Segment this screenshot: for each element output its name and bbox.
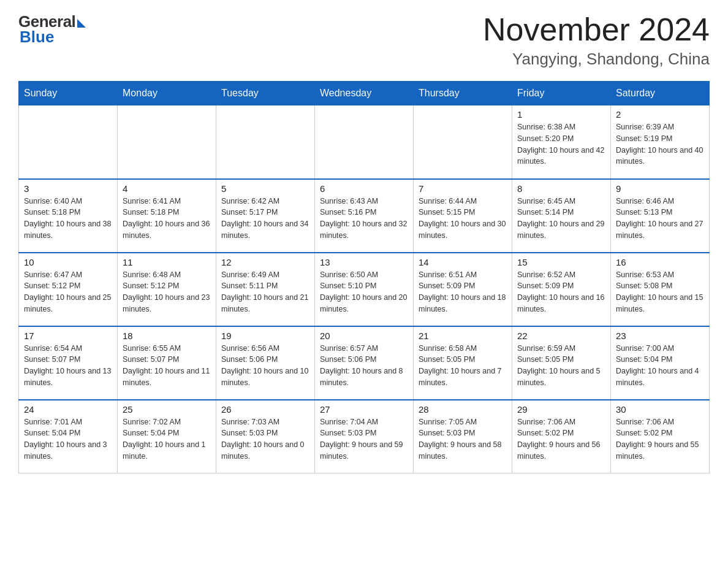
day-info: Sunrise: 6:48 AMSunset: 5:12 PMDaylight:… xyxy=(123,269,211,315)
calendar-cell xyxy=(414,105,512,179)
calendar-cell: 14Sunrise: 6:51 AMSunset: 5:09 PMDayligh… xyxy=(414,253,512,326)
calendar-cell: 27Sunrise: 7:04 AMSunset: 5:03 PMDayligh… xyxy=(315,400,414,473)
calendar-cell: 29Sunrise: 7:06 AMSunset: 5:02 PMDayligh… xyxy=(512,400,611,473)
location-title: Yangying, Shandong, China xyxy=(483,50,710,69)
calendar-cell xyxy=(216,105,315,179)
day-info: Sunrise: 7:01 AMSunset: 5:04 PMDaylight:… xyxy=(24,416,112,462)
calendar-cell: 9Sunrise: 6:46 AMSunset: 5:13 PMDaylight… xyxy=(611,179,710,253)
day-number: 30 xyxy=(616,404,704,415)
day-number: 15 xyxy=(517,257,605,267)
month-title: November 2024 xyxy=(483,12,710,47)
day-number: 8 xyxy=(517,183,605,194)
calendar-cell: 16Sunrise: 6:53 AMSunset: 5:08 PMDayligh… xyxy=(611,253,710,326)
day-number: 2 xyxy=(616,109,704,120)
weekday-header-friday: Friday xyxy=(512,82,611,105)
day-info: Sunrise: 6:51 AMSunset: 5:09 PMDaylight:… xyxy=(419,269,507,315)
day-info: Sunrise: 6:46 AMSunset: 5:13 PMDaylight:… xyxy=(616,196,704,242)
day-info: Sunrise: 6:58 AMSunset: 5:05 PMDaylight:… xyxy=(419,343,507,389)
calendar-cell: 10Sunrise: 6:47 AMSunset: 5:12 PMDayligh… xyxy=(19,253,118,326)
day-number: 20 xyxy=(320,331,408,341)
calendar-cell: 20Sunrise: 6:57 AMSunset: 5:06 PMDayligh… xyxy=(315,326,414,400)
day-number: 3 xyxy=(24,183,112,194)
calendar-cell: 21Sunrise: 6:58 AMSunset: 5:05 PMDayligh… xyxy=(414,326,512,400)
weekday-header-wednesday: Wednesday xyxy=(315,82,414,105)
day-info: Sunrise: 6:44 AMSunset: 5:15 PMDaylight:… xyxy=(419,196,507,242)
day-number: 13 xyxy=(320,257,408,267)
calendar-cell: 2Sunrise: 6:39 AMSunset: 5:19 PMDaylight… xyxy=(611,105,710,179)
day-number: 22 xyxy=(517,331,605,341)
day-number: 11 xyxy=(123,257,211,267)
calendar-cell: 8Sunrise: 6:45 AMSunset: 5:14 PMDaylight… xyxy=(512,179,611,253)
day-number: 24 xyxy=(24,404,112,415)
calendar-cell: 24Sunrise: 7:01 AMSunset: 5:04 PMDayligh… xyxy=(19,400,118,473)
calendar-cell: 13Sunrise: 6:50 AMSunset: 5:10 PMDayligh… xyxy=(315,253,414,326)
calendar-cell: 18Sunrise: 6:55 AMSunset: 5:07 PMDayligh… xyxy=(118,326,216,400)
calendar-cell: 4Sunrise: 6:41 AMSunset: 5:18 PMDaylight… xyxy=(118,179,216,253)
day-info: Sunrise: 6:47 AMSunset: 5:12 PMDaylight:… xyxy=(24,269,112,315)
day-info: Sunrise: 6:52 AMSunset: 5:09 PMDaylight:… xyxy=(517,269,605,315)
logo: General Blue xyxy=(18,12,86,47)
weekday-header-monday: Monday xyxy=(118,82,216,105)
logo-triangle-icon xyxy=(77,19,86,28)
calendar-cell xyxy=(19,105,118,179)
day-info: Sunrise: 7:00 AMSunset: 5:04 PMDaylight:… xyxy=(616,343,704,389)
day-info: Sunrise: 7:06 AMSunset: 5:02 PMDaylight:… xyxy=(616,416,704,462)
calendar-cell: 23Sunrise: 7:00 AMSunset: 5:04 PMDayligh… xyxy=(611,326,710,400)
day-info: Sunrise: 6:45 AMSunset: 5:14 PMDaylight:… xyxy=(517,196,605,242)
day-info: Sunrise: 7:05 AMSunset: 5:03 PMDaylight:… xyxy=(419,416,507,462)
day-info: Sunrise: 6:41 AMSunset: 5:18 PMDaylight:… xyxy=(123,196,211,242)
day-info: Sunrise: 6:43 AMSunset: 5:16 PMDaylight:… xyxy=(320,196,408,242)
day-info: Sunrise: 7:03 AMSunset: 5:03 PMDaylight:… xyxy=(221,416,309,462)
calendar-cell: 30Sunrise: 7:06 AMSunset: 5:02 PMDayligh… xyxy=(611,400,710,473)
day-number: 14 xyxy=(419,257,507,267)
calendar-cell: 25Sunrise: 7:02 AMSunset: 5:04 PMDayligh… xyxy=(118,400,216,473)
week-row-5: 24Sunrise: 7:01 AMSunset: 5:04 PMDayligh… xyxy=(19,400,710,473)
day-info: Sunrise: 6:39 AMSunset: 5:19 PMDaylight:… xyxy=(616,121,704,167)
day-number: 26 xyxy=(221,404,309,415)
day-number: 16 xyxy=(616,257,704,267)
title-area: November 2024 Yangying, Shandong, China xyxy=(483,12,710,69)
week-row-3: 10Sunrise: 6:47 AMSunset: 5:12 PMDayligh… xyxy=(19,253,710,326)
day-number: 7 xyxy=(419,183,507,194)
calendar-cell: 1Sunrise: 6:38 AMSunset: 5:20 PMDaylight… xyxy=(512,105,611,179)
day-number: 1 xyxy=(517,109,605,120)
calendar-cell xyxy=(118,105,216,179)
day-number: 5 xyxy=(221,183,309,194)
day-info: Sunrise: 7:02 AMSunset: 5:04 PMDaylight:… xyxy=(123,416,211,462)
day-number: 18 xyxy=(123,331,211,341)
calendar-cell: 15Sunrise: 6:52 AMSunset: 5:09 PMDayligh… xyxy=(512,253,611,326)
day-info: Sunrise: 6:55 AMSunset: 5:07 PMDaylight:… xyxy=(123,343,211,389)
day-info: Sunrise: 6:42 AMSunset: 5:17 PMDaylight:… xyxy=(221,196,309,242)
week-row-2: 3Sunrise: 6:40 AMSunset: 5:18 PMDaylight… xyxy=(19,179,710,253)
calendar-cell: 11Sunrise: 6:48 AMSunset: 5:12 PMDayligh… xyxy=(118,253,216,326)
calendar-cell: 7Sunrise: 6:44 AMSunset: 5:15 PMDaylight… xyxy=(414,179,512,253)
day-info: Sunrise: 6:49 AMSunset: 5:11 PMDaylight:… xyxy=(221,269,309,315)
day-info: Sunrise: 6:50 AMSunset: 5:10 PMDaylight:… xyxy=(320,269,408,315)
weekday-header-row: SundayMondayTuesdayWednesdayThursdayFrid… xyxy=(19,82,710,105)
day-number: 29 xyxy=(517,404,605,415)
weekday-header-thursday: Thursday xyxy=(414,82,512,105)
calendar-cell: 26Sunrise: 7:03 AMSunset: 5:03 PMDayligh… xyxy=(216,400,315,473)
calendar-cell: 19Sunrise: 6:56 AMSunset: 5:06 PMDayligh… xyxy=(216,326,315,400)
day-number: 10 xyxy=(24,257,112,267)
day-info: Sunrise: 6:53 AMSunset: 5:08 PMDaylight:… xyxy=(616,269,704,315)
weekday-header-tuesday: Tuesday xyxy=(216,82,315,105)
calendar-table: SundayMondayTuesdayWednesdayThursdayFrid… xyxy=(18,81,710,473)
week-row-1: 1Sunrise: 6:38 AMSunset: 5:20 PMDaylight… xyxy=(19,105,710,179)
calendar-cell: 12Sunrise: 6:49 AMSunset: 5:11 PMDayligh… xyxy=(216,253,315,326)
calendar-cell: 28Sunrise: 7:05 AMSunset: 5:03 PMDayligh… xyxy=(414,400,512,473)
day-number: 28 xyxy=(419,404,507,415)
calendar-cell xyxy=(315,105,414,179)
logo-blue-text: Blue xyxy=(18,28,54,47)
calendar-cell: 22Sunrise: 6:59 AMSunset: 5:05 PMDayligh… xyxy=(512,326,611,400)
calendar-cell: 5Sunrise: 6:42 AMSunset: 5:17 PMDaylight… xyxy=(216,179,315,253)
day-info: Sunrise: 6:57 AMSunset: 5:06 PMDaylight:… xyxy=(320,343,408,389)
calendar-cell: 6Sunrise: 6:43 AMSunset: 5:16 PMDaylight… xyxy=(315,179,414,253)
day-number: 25 xyxy=(123,404,211,415)
day-number: 23 xyxy=(616,331,704,341)
page-header: General Blue November 2024 Yangying, Sha… xyxy=(18,12,710,69)
day-info: Sunrise: 6:54 AMSunset: 5:07 PMDaylight:… xyxy=(24,343,112,389)
day-info: Sunrise: 6:38 AMSunset: 5:20 PMDaylight:… xyxy=(517,121,605,167)
day-info: Sunrise: 7:06 AMSunset: 5:02 PMDaylight:… xyxy=(517,416,605,462)
day-number: 9 xyxy=(616,183,704,194)
